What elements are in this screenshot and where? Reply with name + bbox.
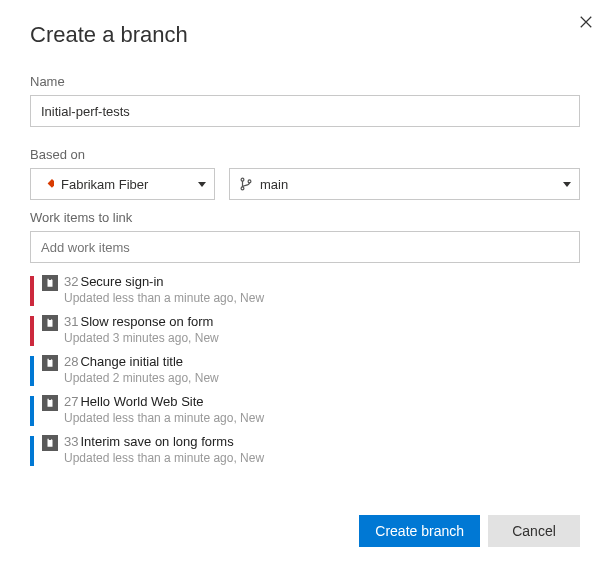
work-item-id: 27: [64, 394, 78, 409]
svg-point-3: [248, 180, 251, 183]
work-item-type-icon: [42, 435, 58, 451]
create-branch-button[interactable]: Create branch: [359, 515, 480, 547]
svg-rect-0: [48, 179, 54, 188]
work-items-label: Work items to link: [30, 210, 580, 225]
work-item-id: 31: [64, 314, 78, 329]
color-bar: [30, 436, 34, 466]
work-item-meta: Updated less than a minute ago, New: [64, 290, 580, 306]
work-items-list: 32Secure sign-inUpdated less than a minu…: [30, 271, 580, 471]
svg-point-1: [241, 178, 244, 181]
branch-icon: [238, 176, 254, 192]
branch-name-input[interactable]: [30, 95, 580, 127]
work-item[interactable]: 33Interim save on long formsUpdated less…: [30, 431, 580, 471]
close-button[interactable]: [576, 12, 596, 32]
close-icon: [579, 15, 593, 29]
work-item-title: Slow response on form: [80, 314, 213, 329]
work-item[interactable]: 28Change initial titleUpdated 2 minutes …: [30, 351, 580, 391]
work-item-type-icon: [42, 275, 58, 291]
work-item-id: 28: [64, 354, 78, 369]
dialog-footer: Create branch Cancel: [359, 515, 580, 547]
branch-name: main: [260, 177, 563, 192]
work-item[interactable]: 31Slow response on formUpdated 3 minutes…: [30, 311, 580, 351]
work-item-id: 32: [64, 274, 78, 289]
work-item-meta: Updated less than a minute ago, New: [64, 410, 580, 426]
work-item-type-icon: [42, 315, 58, 331]
chevron-down-icon: [198, 182, 206, 187]
repo-name: Fabrikam Fiber: [61, 177, 198, 192]
branch-dropdown[interactable]: main: [229, 168, 580, 200]
repo-dropdown[interactable]: Fabrikam Fiber: [30, 168, 215, 200]
create-branch-dialog: Create a branch Name Based on Fabrikam F…: [0, 0, 610, 493]
work-item-id: 33: [64, 434, 78, 449]
work-item-body: 31Slow response on formUpdated 3 minutes…: [64, 314, 580, 346]
color-bar: [30, 316, 34, 346]
chevron-down-icon: [563, 182, 571, 187]
color-bar: [30, 276, 34, 306]
work-item-body: 33Interim save on long formsUpdated less…: [64, 434, 580, 466]
work-item-meta: Updated less than a minute ago, New: [64, 450, 580, 466]
color-bar: [30, 356, 34, 386]
name-label: Name: [30, 74, 580, 89]
work-item-meta: Updated 2 minutes ago, New: [64, 370, 580, 386]
repo-icon: [39, 176, 55, 192]
svg-point-2: [241, 187, 244, 190]
work-item-meta: Updated 3 minutes ago, New: [64, 330, 580, 346]
work-item-type-icon: [42, 395, 58, 411]
based-on-label: Based on: [30, 147, 580, 162]
work-item-body: 32Secure sign-inUpdated less than a minu…: [64, 274, 580, 306]
color-bar: [30, 396, 34, 426]
cancel-button[interactable]: Cancel: [488, 515, 580, 547]
work-item-type-icon: [42, 355, 58, 371]
work-item-body: 28Change initial titleUpdated 2 minutes …: [64, 354, 580, 386]
work-item-title: Hello World Web Site: [80, 394, 203, 409]
dialog-title: Create a branch: [30, 22, 580, 48]
work-item[interactable]: 32Secure sign-inUpdated less than a minu…: [30, 271, 580, 311]
work-items-input[interactable]: [30, 231, 580, 263]
work-item-title: Change initial title: [80, 354, 183, 369]
work-item-title: Secure sign-in: [80, 274, 163, 289]
work-item[interactable]: 27Hello World Web SiteUpdated less than …: [30, 391, 580, 431]
work-item-body: 27Hello World Web SiteUpdated less than …: [64, 394, 580, 426]
work-item-title: Interim save on long forms: [80, 434, 233, 449]
